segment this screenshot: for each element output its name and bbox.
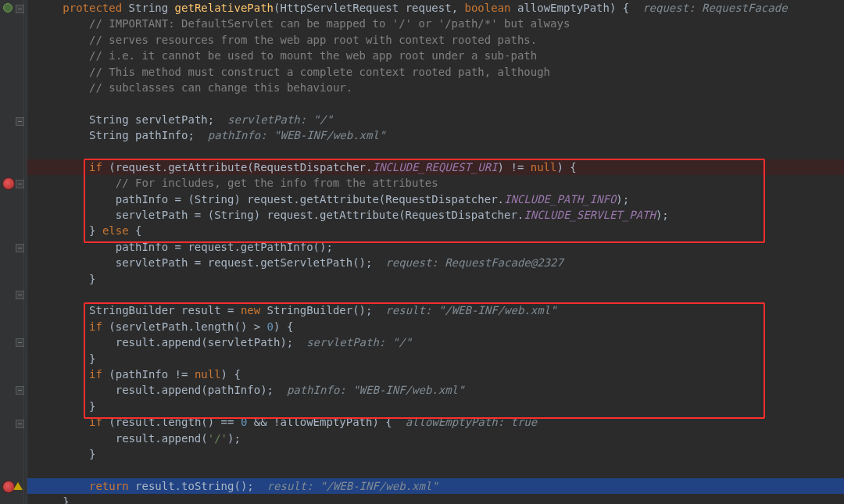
method-name: getRelativePath bbox=[175, 2, 274, 14]
keyword-if: if bbox=[89, 161, 102, 173]
inlay-hint: result: "/WEB-INF/web.xml" bbox=[385, 304, 556, 316]
code-text: servletPath = request.getServletPath(); bbox=[116, 256, 373, 269]
keyword-if: if bbox=[89, 320, 102, 333]
param-name: allowEmptyPath bbox=[517, 2, 610, 14]
code-text: String servletPath; bbox=[89, 113, 214, 126]
code-text: StringBuilder result = bbox=[89, 304, 241, 316]
keyword-if: if bbox=[89, 416, 102, 428]
code-editor[interactable]: − − − − − − − − protected String getRela… bbox=[0, 0, 844, 504]
code-text: result.append( bbox=[116, 432, 208, 445]
code-area[interactable]: protected String getRelativePath(HttpSer… bbox=[27, 0, 844, 504]
constant: INCLUDE_PATH_INFO bbox=[504, 193, 616, 206]
inlay-hint: servletPath: "/" bbox=[306, 336, 412, 349]
keyword-if: if bbox=[89, 368, 102, 381]
breakpoint-icon[interactable] bbox=[3, 178, 14, 189]
fold-icon[interactable]: − bbox=[16, 420, 24, 428]
fold-icon[interactable]: − bbox=[16, 117, 24, 126]
inlay-hint: servletPath: "/" bbox=[227, 113, 333, 126]
code-text: pathInfo = (String) request.getAttribute… bbox=[116, 193, 504, 206]
code-text: pathInfo = request.getPathInfo(); bbox=[116, 241, 333, 253]
inlay-hint: request: RequestFacade@2327 bbox=[385, 256, 563, 269]
fold-icon[interactable]: − bbox=[16, 291, 24, 299]
comment: // i.e. it cannot be used to mount the w… bbox=[89, 49, 537, 62]
fold-icon[interactable]: − bbox=[16, 180, 24, 188]
param-name: request bbox=[406, 2, 452, 14]
code-text: result.append(servletPath); bbox=[116, 336, 294, 349]
comment: // serves resources from the web app roo… bbox=[89, 34, 537, 46]
override-icon[interactable] bbox=[3, 3, 13, 13]
constant: INCLUDE_SERVLET_PATH bbox=[524, 209, 656, 221]
comment: // subclasses can change this behaviour. bbox=[89, 81, 352, 94]
keyword-new: new bbox=[241, 304, 260, 316]
fold-icon[interactable]: − bbox=[16, 5, 24, 13]
inlay-hint: pathInfo: "WEB-INF/web.xml" bbox=[287, 384, 465, 396]
gutter: − − − − − − − − bbox=[0, 0, 27, 504]
comment: // IMPORTANT: DefaultServlet can be mapp… bbox=[89, 17, 570, 30]
inlay-hint: request: RequestFacade bbox=[642, 2, 787, 14]
code-text: String pathInfo; bbox=[89, 129, 195, 141]
keyword-boolean: boolean bbox=[465, 2, 511, 14]
fold-icon[interactable]: − bbox=[16, 244, 24, 252]
code-text: servletPath = (String) request.getAttrib… bbox=[116, 209, 524, 221]
comment: // For includes, get the info from the a… bbox=[116, 177, 438, 189]
code-text: (request.getAttribute(RequestDispatcher. bbox=[102, 161, 373, 173]
inlay-hint: pathInfo: "WEB-INF/web.xml" bbox=[208, 129, 386, 141]
inlay-hint: result: "/WEB-INF/web.xml" bbox=[267, 480, 438, 492]
keyword-protected: protected bbox=[63, 2, 122, 14]
inlay-hint: allowEmptyPath: true bbox=[406, 416, 538, 428]
comment: // This method must construct a complete… bbox=[89, 66, 550, 78]
warning-icon[interactable] bbox=[13, 482, 23, 490]
fold-icon[interactable]: − bbox=[16, 386, 24, 395]
return-type: String bbox=[129, 2, 169, 14]
keyword-else: else bbox=[102, 224, 129, 237]
code-text: result.append(pathInfo); bbox=[116, 384, 274, 396]
param-type: HttpServletRequest bbox=[280, 2, 399, 14]
breakpoint-icon[interactable] bbox=[3, 481, 14, 492]
string-literal: '/' bbox=[208, 432, 227, 445]
keyword-return: return bbox=[89, 480, 129, 492]
code-text: result.toString(); bbox=[129, 480, 254, 492]
constant: INCLUDE_REQUEST_URI bbox=[372, 161, 497, 173]
fold-icon[interactable]: − bbox=[16, 338, 24, 347]
